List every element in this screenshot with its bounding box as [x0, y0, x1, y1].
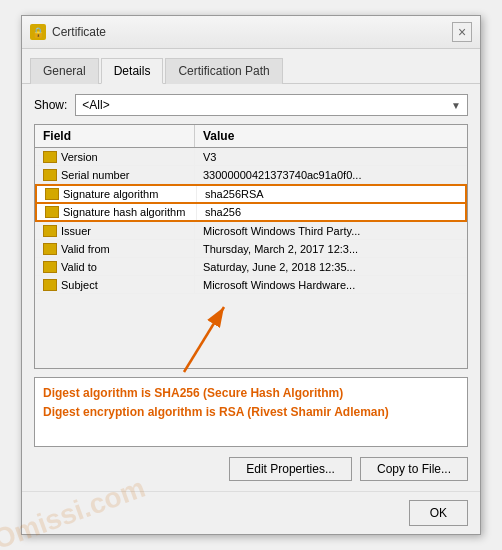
value-cell: Microsoft Windows Third Party... — [195, 222, 467, 239]
field-icon — [45, 206, 59, 218]
title-bar: 🔒 Certificate × — [22, 16, 480, 49]
value-cell: Thursday, March 2, 2017 12:3... — [195, 240, 467, 257]
field-icon — [43, 169, 57, 181]
tab-details[interactable]: Details — [101, 58, 164, 84]
value-cell: sha256RSA — [197, 186, 465, 202]
detail-box: Digest algorithm is SHA256 (Secure Hash … — [34, 377, 468, 447]
field-icon — [43, 243, 57, 255]
chevron-down-icon: ▼ — [451, 100, 461, 111]
value-cell: Saturday, June 2, 2018 12:35... — [195, 258, 467, 275]
table-row[interactable]: Version V3 — [35, 148, 467, 166]
certificate-window: 🔒 Certificate × General Details Certific… — [21, 15, 481, 535]
field-icon — [43, 261, 57, 273]
table-row[interactable]: Issuer Microsoft Windows Third Party... — [35, 222, 467, 240]
field-cell: Valid from — [35, 240, 195, 257]
field-icon — [43, 279, 57, 291]
column-header-value: Value — [195, 125, 467, 147]
field-cell: Serial number — [35, 166, 195, 183]
edit-properties-button[interactable]: Edit Properties... — [229, 457, 352, 481]
field-icon — [43, 151, 57, 163]
action-buttons: Edit Properties... Copy to File... — [34, 457, 468, 481]
tab-general[interactable]: General — [30, 58, 99, 84]
table-row[interactable]: Valid to Saturday, June 2, 2018 12:35... — [35, 258, 467, 276]
table-header: Field Value — [35, 125, 467, 148]
details-table: Field Value Version V3 Serial number — [34, 124, 468, 369]
detail-line2: Digest encryption algorithm is RSA (Rive… — [43, 403, 459, 422]
field-icon — [45, 188, 59, 200]
show-dropdown-value: <All> — [82, 98, 109, 112]
value-cell: 33000000421373740ac91a0f0... — [195, 166, 467, 183]
value-cell: V3 — [195, 148, 467, 165]
table-body: Version V3 Serial number 330000004213737… — [35, 148, 467, 368]
window-title: Certificate — [52, 25, 106, 39]
table-row-selected[interactable]: Signature algorithm sha256RSA — [35, 184, 467, 204]
tab-certification-path[interactable]: Certification Path — [165, 58, 282, 84]
value-cell: Microsoft Windows Hardware... — [195, 276, 467, 293]
field-cell: Subject — [35, 276, 195, 293]
field-cell: Version — [35, 148, 195, 165]
detail-line1: Digest algorithm is SHA256 (Secure Hash … — [43, 384, 459, 403]
field-cell: Valid to — [35, 258, 195, 275]
table-row[interactable]: Subject Microsoft Windows Hardware... — [35, 276, 467, 294]
detail-area: Digest algorithm is SHA256 (Secure Hash … — [34, 369, 468, 447]
field-icon — [43, 225, 57, 237]
close-button[interactable]: × — [452, 22, 472, 42]
tab-bar: General Details Certification Path — [22, 49, 480, 84]
show-row: Show: <All> ▼ — [34, 94, 468, 116]
table-row-selected[interactable]: Signature hash algorithm sha256 — [35, 204, 467, 222]
table-row[interactable]: Valid from Thursday, March 2, 2017 12:3.… — [35, 240, 467, 258]
copy-to-file-button[interactable]: Copy to File... — [360, 457, 468, 481]
value-cell: sha256 — [197, 204, 465, 220]
title-bar-left: 🔒 Certificate — [30, 24, 106, 40]
certificate-icon: 🔒 — [30, 24, 46, 40]
show-label: Show: — [34, 98, 67, 112]
show-dropdown[interactable]: <All> ▼ — [75, 94, 468, 116]
ok-row: OK — [22, 491, 480, 534]
main-content: Show: <All> ▼ Field Value Version V3 — [22, 84, 480, 491]
field-cell: Signature hash algorithm — [37, 204, 197, 220]
field-cell: Signature algorithm — [37, 186, 197, 202]
field-cell: Issuer — [35, 222, 195, 239]
ok-button[interactable]: OK — [409, 500, 468, 526]
table-row[interactable]: Serial number 33000000421373740ac91a0f0.… — [35, 166, 467, 184]
column-header-field: Field — [35, 125, 195, 147]
